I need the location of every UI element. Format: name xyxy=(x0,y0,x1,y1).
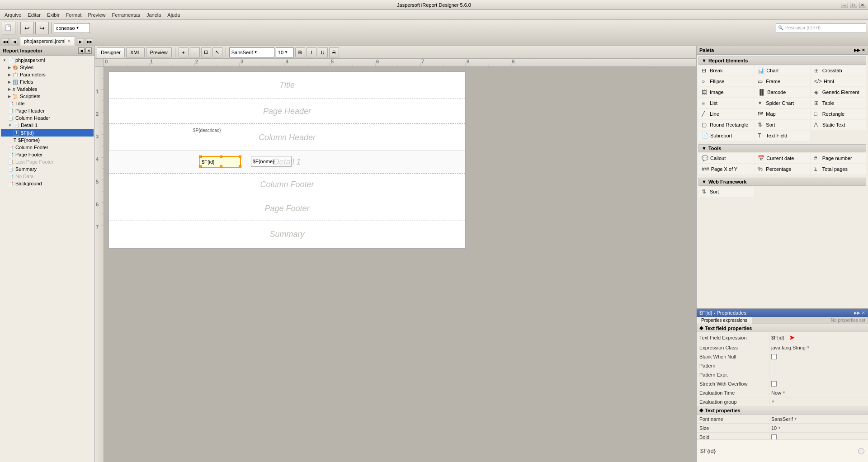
tree-item-background[interactable]: 📑 Background xyxy=(1,180,94,187)
props-tab-properties[interactable]: Properties expressions xyxy=(697,317,752,324)
tree-item-phpjasperxml[interactable]: ▼ 📄 phpjasperxml xyxy=(1,57,94,64)
zoom-fit-button[interactable]: ⊡ xyxy=(201,47,211,57)
menu-ferramentas[interactable]: Ferramentas xyxy=(109,11,143,19)
palette-item-total-pages[interactable]: ΣTotal pages xyxy=(811,164,866,174)
handle-tr[interactable] xyxy=(239,156,241,158)
minimize-button[interactable]: ─ xyxy=(841,2,848,8)
tree-item-parameters[interactable]: ▶ 📋 Parameters xyxy=(1,71,94,78)
tree-item-f-id[interactable]: T $F{id} xyxy=(1,129,94,137)
bold-button[interactable]: B xyxy=(295,47,305,57)
handle-bl[interactable] xyxy=(199,165,202,168)
preview-circle-button[interactable] xyxy=(858,448,864,454)
palette-item-rectangle[interactable]: □Rectangle xyxy=(811,109,866,119)
handle-tm[interactable] xyxy=(220,156,222,158)
palette-section-web-framework[interactable]: ▼ Web Framework xyxy=(698,178,866,186)
window-controls[interactable]: ─ □ ✕ xyxy=(841,2,866,8)
menu-preview[interactable]: Preview xyxy=(85,11,108,19)
palette-item-web-sort[interactable]: ⇅Sort xyxy=(698,187,754,197)
palette-expand-button[interactable]: ▶▶ xyxy=(854,48,860,52)
palette-item-ellipse[interactable]: ○Ellipse xyxy=(698,76,754,86)
size-dropdown[interactable]: ▼ xyxy=(778,426,781,430)
menu-arquivo[interactable]: Arquivo xyxy=(2,11,24,19)
palette-item-html[interactable]: </>Html xyxy=(811,76,866,86)
palette-section-tools[interactable]: ▼ Tools xyxy=(698,144,866,152)
zoom-in-button[interactable]: + xyxy=(179,47,189,57)
palette-item-static-text[interactable]: AStatic Text xyxy=(811,120,866,130)
search-bar[interactable]: 🔍 Pesquisar (Ctrl+I) xyxy=(776,23,866,33)
bold-checkbox[interactable] xyxy=(771,434,777,440)
props-expand-button[interactable]: ▶▶ xyxy=(854,311,860,315)
font-name-combo[interactable]: SansSerif ▼ xyxy=(229,47,274,57)
palette-item-list[interactable]: ≡List xyxy=(698,98,754,108)
blank-when-null-checkbox[interactable] xyxy=(771,354,777,359)
tree-item-page-header[interactable]: 📑 Page Header xyxy=(1,107,94,114)
palette-item-spider-chart[interactable]: ✦Spider Chart xyxy=(755,98,810,108)
palette-item-table[interactable]: ⊞Table xyxy=(811,98,866,108)
props-value-expression-class[interactable]: java.lang.String ▼ xyxy=(769,344,868,351)
props-value-pattern-expr[interactable] xyxy=(769,371,868,378)
font-size-combo[interactable]: 10 ▼ xyxy=(276,47,294,57)
palette-item-percentage[interactable]: %Percentage xyxy=(755,164,810,174)
tab-nav-prev[interactable]: ◀ xyxy=(11,38,18,45)
props-value-bold[interactable] xyxy=(769,434,868,440)
strikethrough-button[interactable]: S xyxy=(329,47,339,57)
canvas-area[interactable]: 0 1 2 3 4 xyxy=(95,59,696,462)
tab-phpjasperxml[interactable]: phpjasperxml.jrxml ✕ xyxy=(20,37,75,46)
new-button[interactable] xyxy=(2,22,15,34)
panel-close-button[interactable]: ✕ xyxy=(85,47,92,54)
p-descricao-field[interactable]: $P{descricao} xyxy=(193,128,221,133)
tree-item-column-footer[interactable]: 📑 Column Footer xyxy=(1,144,94,151)
palette-item-text-field[interactable]: TText Field xyxy=(755,131,810,141)
palette-item-crosstab[interactable]: ⊞Crosstab xyxy=(811,66,866,75)
palette-item-map[interactable]: 🗺Map xyxy=(755,109,810,119)
handle-br[interactable] xyxy=(239,165,241,168)
props-value-font-name[interactable]: SansSerif ▼ xyxy=(769,415,868,423)
close-button[interactable]: ✕ xyxy=(859,2,866,8)
props-close-button[interactable]: ✕ xyxy=(862,311,865,315)
panel-minimize-button[interactable]: ◀ xyxy=(78,47,85,54)
props-value-tf-expression[interactable]: $F{id} ➤ xyxy=(769,332,868,343)
tab-nav-first[interactable]: ◀◀ xyxy=(2,38,9,45)
field-f-id[interactable]: $F{id} xyxy=(199,156,241,168)
tree-item-styles[interactable]: ▶ 🎨 Styles xyxy=(1,64,94,71)
undo-button[interactable]: ↩ xyxy=(20,22,34,34)
menu-janela[interactable]: Janela xyxy=(144,11,164,19)
tree-item-fields[interactable]: ▶ 🔢 Fields xyxy=(1,78,94,85)
tree-item-no-data[interactable]: 📑 No Data xyxy=(1,173,94,180)
font-name-dropdown[interactable]: ▼ xyxy=(794,417,797,421)
tree-item-scriptlets[interactable]: ▶ 📜 Scriptlets xyxy=(1,93,94,100)
cursor-tool-button[interactable]: ↖ xyxy=(212,47,222,57)
props-value-size[interactable]: 10 ▼ xyxy=(769,424,868,432)
eval-group-dropdown[interactable]: ▼ xyxy=(771,400,775,404)
datasource-combo[interactable]: conexao ▼ xyxy=(54,23,90,33)
palette-item-frame[interactable]: ▭Frame xyxy=(755,76,810,86)
tab-nav-last[interactable]: ▶▶ xyxy=(86,38,93,45)
palette-close-button[interactable]: ✕ xyxy=(862,48,865,52)
palette-item-break[interactable]: ⊟Break xyxy=(698,66,754,75)
handle-bm[interactable] xyxy=(220,165,222,168)
tree-item-last-page-footer[interactable]: 📑 Last Page Footer xyxy=(1,158,94,165)
palette-item-image[interactable]: 🖼Image xyxy=(698,87,754,97)
stretch-overflow-checkbox[interactable] xyxy=(771,381,777,387)
palette-item-sort[interactable]: ⇅Sort xyxy=(755,120,810,130)
palette-item-subreport[interactable]: 📄Subreport xyxy=(698,131,754,141)
handle-tl[interactable] xyxy=(199,156,202,158)
palette-item-generic[interactable]: ◈Generic Element xyxy=(811,87,866,97)
palette-item-round-rectangle[interactable]: ▢Round Rectangle xyxy=(698,120,754,130)
palette-item-barcode[interactable]: ▐▌Barcode xyxy=(755,87,810,97)
underline-button[interactable]: U xyxy=(318,47,328,57)
tree-item-detail1[interactable]: ▼ 📑 Detail 1 xyxy=(1,122,94,129)
palette-item-callout[interactable]: 💬Callout xyxy=(698,153,754,163)
field-f-nome[interactable]: $F{nome} xyxy=(251,156,292,167)
preview-tab[interactable]: Preview xyxy=(146,47,172,57)
palette-item-chart[interactable]: 📊Chart xyxy=(755,66,810,75)
props-value-eval-group[interactable]: ▼ xyxy=(769,399,868,405)
designer-tab[interactable]: Designer xyxy=(97,47,125,57)
xml-tab[interactable]: XML xyxy=(126,47,145,57)
menu-editar[interactable]: Editar xyxy=(25,11,43,19)
palette-item-current-date[interactable]: 📅Current date xyxy=(755,153,810,163)
tree-item-page-footer[interactable]: 📑 Page Footer xyxy=(1,151,94,158)
maximize-button[interactable]: □ xyxy=(850,2,857,8)
props-value-blank-when-null[interactable] xyxy=(769,353,868,360)
props-value-stretch-overflow[interactable] xyxy=(769,380,868,387)
